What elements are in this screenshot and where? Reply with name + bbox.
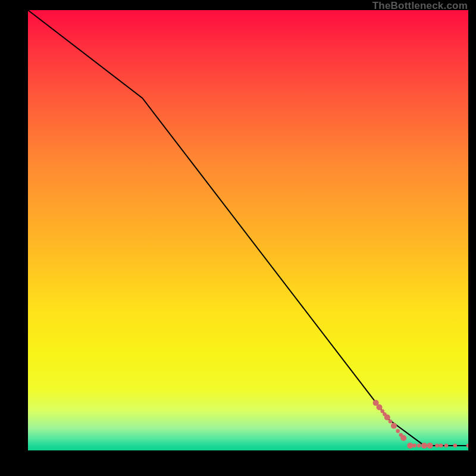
plot-area [28,10,468,450]
chart-container: TheBottleneck.com [0,0,476,476]
attribution-label: TheBottleneck.com [372,0,468,12]
